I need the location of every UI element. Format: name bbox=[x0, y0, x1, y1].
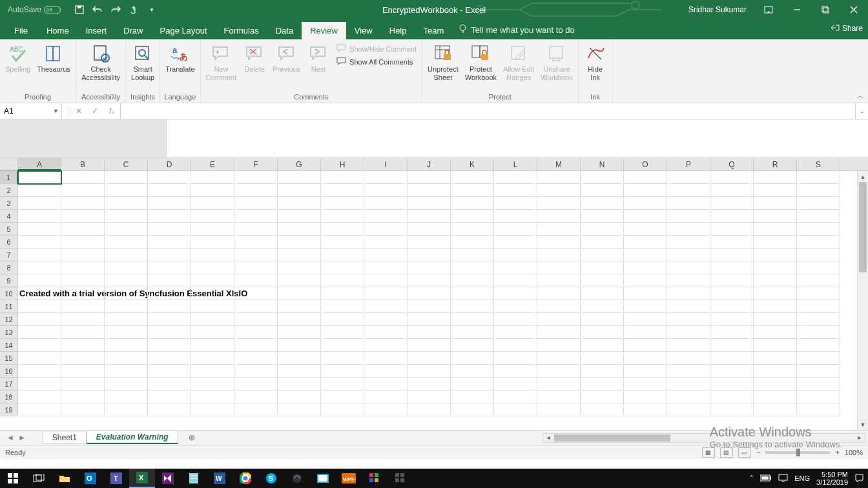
formula-input[interactable] bbox=[121, 103, 855, 119]
cell-L7[interactable] bbox=[494, 249, 537, 261]
cell-C11[interactable] bbox=[105, 300, 148, 313]
cell-F11[interactable] bbox=[234, 300, 278, 313]
cell-M16[interactable] bbox=[537, 365, 581, 378]
row-header-1[interactable]: 1 bbox=[0, 171, 18, 184]
cell-Q3[interactable] bbox=[710, 197, 754, 210]
cell-O13[interactable] bbox=[624, 326, 667, 339]
column-header-I[interactable]: I bbox=[364, 158, 408, 170]
cell-C7[interactable] bbox=[105, 249, 148, 261]
cell-S14[interactable] bbox=[797, 339, 840, 352]
cell-S17[interactable] bbox=[797, 378, 840, 391]
expand-formula-bar-icon[interactable]: ⌄ bbox=[855, 103, 868, 119]
horizontal-scroll-thumb[interactable] bbox=[554, 434, 670, 442]
cell-N7[interactable] bbox=[581, 249, 624, 261]
hide-ink-button[interactable]: Hide Ink bbox=[581, 42, 610, 83]
cell-N14[interactable] bbox=[581, 339, 624, 352]
cell-P2[interactable] bbox=[667, 184, 710, 197]
cell-G15[interactable] bbox=[278, 352, 321, 365]
cell-A16[interactable] bbox=[18, 365, 61, 378]
cell-J8[interactable] bbox=[408, 261, 451, 274]
cell-K6[interactable] bbox=[451, 236, 494, 249]
cell-N1[interactable] bbox=[581, 171, 624, 184]
row-header-11[interactable]: 11 bbox=[0, 300, 18, 313]
cell-O10[interactable] bbox=[624, 287, 667, 300]
cell-K19[interactable] bbox=[451, 403, 494, 416]
cell-S5[interactable] bbox=[797, 223, 840, 236]
cell-G9[interactable] bbox=[278, 274, 321, 287]
cell-D10[interactable] bbox=[148, 287, 191, 300]
cell-N5[interactable] bbox=[581, 223, 624, 236]
row-header-18[interactable]: 18 bbox=[0, 391, 18, 403]
cell-I6[interactable] bbox=[364, 236, 408, 249]
cell-H12[interactable] bbox=[321, 313, 364, 326]
spelling-button[interactable]: ABC Spelling bbox=[3, 42, 33, 75]
app-icon-1[interactable] bbox=[284, 469, 310, 488]
cell-D7[interactable] bbox=[148, 249, 191, 261]
cell-K9[interactable] bbox=[451, 274, 494, 287]
cell-K17[interactable] bbox=[451, 378, 494, 391]
cell-J14[interactable] bbox=[408, 339, 451, 352]
cell-K2[interactable] bbox=[451, 184, 494, 197]
cell-P4[interactable] bbox=[667, 210, 710, 223]
cell-B6[interactable] bbox=[61, 236, 105, 249]
row-header-9[interactable]: 9 bbox=[0, 274, 18, 287]
cell-R4[interactable] bbox=[754, 210, 797, 223]
cell-Q10[interactable] bbox=[710, 287, 754, 300]
cell-J1[interactable] bbox=[408, 171, 451, 184]
cell-B19[interactable] bbox=[61, 403, 105, 416]
cell-R19[interactable] bbox=[754, 403, 797, 416]
autosave-switch[interactable]: Off bbox=[44, 6, 61, 14]
tab-formulas[interactable]: Formulas bbox=[216, 22, 267, 39]
enter-formula-button[interactable]: ✓ bbox=[87, 107, 103, 116]
user-name[interactable]: Sridhar Sukumar bbox=[688, 5, 747, 14]
tab-home[interactable]: Home bbox=[38, 22, 78, 39]
cell-N9[interactable] bbox=[581, 274, 624, 287]
cell-P11[interactable] bbox=[667, 300, 710, 313]
cell-A5[interactable] bbox=[18, 223, 61, 236]
cell-B13[interactable] bbox=[61, 326, 105, 339]
cell-Q7[interactable] bbox=[710, 249, 754, 261]
cell-H8[interactable] bbox=[321, 261, 364, 274]
cell-P13[interactable] bbox=[667, 326, 710, 339]
cell-I15[interactable] bbox=[364, 352, 408, 365]
cell-G14[interactable] bbox=[278, 339, 321, 352]
cancel-formula-button[interactable]: ✕ bbox=[70, 107, 87, 116]
app-icon-3[interactable] bbox=[362, 469, 388, 488]
outlook-icon[interactable]: O bbox=[78, 469, 103, 488]
cell-S19[interactable] bbox=[797, 403, 840, 416]
column-header-N[interactable]: N bbox=[581, 158, 624, 170]
cell-F5[interactable] bbox=[234, 223, 278, 236]
clock[interactable]: 5:50 PM 3/12/2019 bbox=[816, 471, 848, 486]
cell-G10[interactable] bbox=[278, 287, 321, 300]
cell-R6[interactable] bbox=[754, 236, 797, 249]
row-header-14[interactable]: 14 bbox=[0, 339, 18, 352]
cell-B2[interactable] bbox=[61, 184, 105, 197]
row-header-13[interactable]: 13 bbox=[0, 326, 18, 339]
row-header-4[interactable]: 4 bbox=[0, 210, 18, 223]
cell-E13[interactable] bbox=[191, 326, 234, 339]
cell-I4[interactable] bbox=[364, 210, 408, 223]
cell-D8[interactable] bbox=[148, 261, 191, 274]
cell-S15[interactable] bbox=[797, 352, 840, 365]
cell-H14[interactable] bbox=[321, 339, 364, 352]
cell-O18[interactable] bbox=[624, 391, 667, 403]
cell-F18[interactable] bbox=[234, 391, 278, 403]
cell-C15[interactable] bbox=[105, 352, 148, 365]
cell-H18[interactable] bbox=[321, 391, 364, 403]
cell-D12[interactable] bbox=[148, 313, 191, 326]
cell-D5[interactable] bbox=[148, 223, 191, 236]
cell-B1[interactable] bbox=[61, 171, 105, 184]
formula-bar-text-area[interactable] bbox=[167, 119, 868, 158]
word-icon[interactable]: W bbox=[207, 469, 232, 488]
cell-R11[interactable] bbox=[754, 300, 797, 313]
cell-L10[interactable] bbox=[494, 287, 537, 300]
cell-I18[interactable] bbox=[364, 391, 408, 403]
cell-L13[interactable] bbox=[494, 326, 537, 339]
cell-Q16[interactable] bbox=[710, 365, 754, 378]
cell-C18[interactable] bbox=[105, 391, 148, 403]
cell-A11[interactable] bbox=[18, 300, 61, 313]
maximize-button[interactable] bbox=[811, 0, 840, 19]
cell-P5[interactable] bbox=[667, 223, 710, 236]
cell-J19[interactable] bbox=[408, 403, 451, 416]
cell-I7[interactable] bbox=[364, 249, 408, 261]
